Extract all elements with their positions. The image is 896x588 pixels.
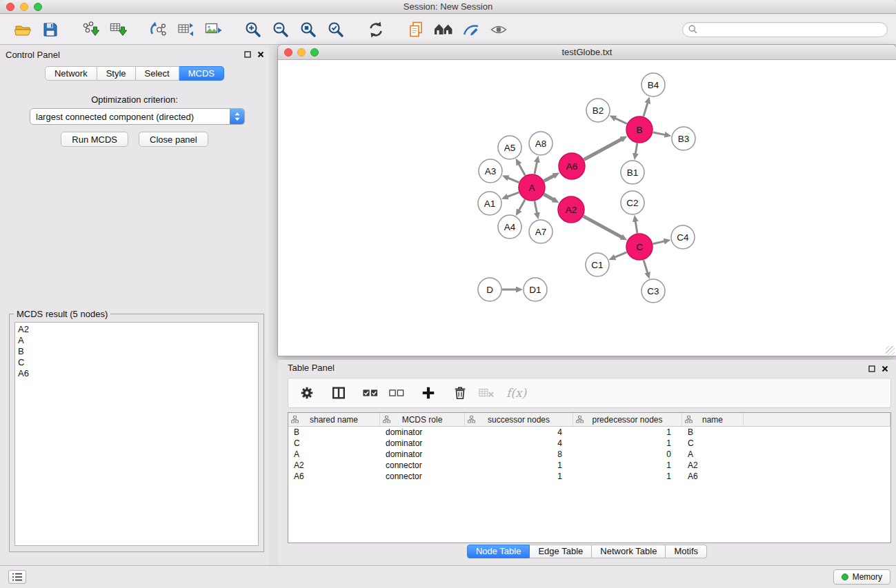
graph-node-B4[interactable]: B4 xyxy=(641,73,665,97)
close-table-panel-button[interactable] xyxy=(881,363,889,376)
graph-node-C1[interactable]: C1 xyxy=(586,253,609,276)
graph-edge-C-C2[interactable] xyxy=(635,221,637,234)
graph-node-B[interactable]: B xyxy=(626,116,653,143)
add-row-button[interactable] xyxy=(418,383,439,403)
run-mcds-button[interactable]: Run MCDS xyxy=(61,132,128,147)
graph-edge-A-A8[interactable] xyxy=(535,162,537,174)
graph-edge-B-B1[interactable] xyxy=(635,143,637,154)
graph-node-B3[interactable]: B3 xyxy=(672,127,695,150)
graph-node-A4[interactable]: A4 xyxy=(498,215,521,239)
graph-node-A3[interactable]: A3 xyxy=(479,159,502,183)
mcds-result-item[interactable]: A2 xyxy=(18,324,258,335)
tab-select[interactable]: Select xyxy=(136,66,179,81)
table-row[interactable]: Cdominator41C xyxy=(288,438,890,449)
network-window-titlebar[interactable]: testGlobe.txt xyxy=(278,45,896,60)
close-window-button[interactable] xyxy=(6,3,14,11)
graph-node-A8[interactable]: A8 xyxy=(529,132,552,155)
show-graphics-button[interactable] xyxy=(487,18,510,41)
network-zoom-button[interactable] xyxy=(310,48,319,57)
column-header-shared-name[interactable]: shared name xyxy=(288,413,380,426)
table-row[interactable]: A2connector11A2 xyxy=(288,460,890,471)
mcds-result-item[interactable]: B xyxy=(18,346,258,357)
delete-row-button[interactable] xyxy=(450,383,470,403)
tab-edge-table[interactable]: Edge Table xyxy=(530,545,592,558)
graph-edge-B-B2[interactable] xyxy=(615,118,627,123)
mcds-result-item[interactable]: C xyxy=(18,357,258,368)
tab-style[interactable]: Style xyxy=(97,66,136,81)
graph-edge-A-A2[interactable] xyxy=(544,194,553,200)
function-builder-button[interactable]: f(x) xyxy=(506,386,526,400)
show-columns-button[interactable] xyxy=(328,383,349,403)
table-row[interactable]: Adominator80A xyxy=(288,449,890,460)
table-row[interactable]: Bdominator41B xyxy=(288,427,890,438)
column-header-mcds-role[interactable]: MCDS role xyxy=(380,413,465,426)
select-all-button[interactable] xyxy=(360,383,381,403)
resize-grip[interactable] xyxy=(886,346,895,355)
tab-node-table[interactable]: Node Table xyxy=(467,545,530,558)
network-graph-svg[interactable]: B4B2BB3A5A8A6B1A3AC2A1A2A4A7C4CC1C3DD1 xyxy=(279,61,895,356)
close-control-panel-button[interactable] xyxy=(257,49,265,61)
save-session-button[interactable] xyxy=(39,18,62,41)
graph-node-B2[interactable]: B2 xyxy=(586,99,610,122)
network-minimize-button[interactable] xyxy=(297,48,306,57)
graph-edge-B-B3[interactable] xyxy=(653,132,666,135)
mcds-result-list[interactable]: A2ABCA6 xyxy=(14,322,259,546)
graph-node-A2[interactable]: A2 xyxy=(558,196,584,223)
graph-edge-A-A6[interactable] xyxy=(544,176,555,181)
zoom-fit-button[interactable] xyxy=(297,18,320,41)
mcds-result-item[interactable]: A6 xyxy=(18,368,258,379)
graph-node-D[interactable]: D xyxy=(478,278,501,301)
table-row[interactable]: A6connector11A6 xyxy=(288,471,890,482)
show-panels-button[interactable] xyxy=(8,570,26,584)
open-session-button[interactable] xyxy=(11,18,34,41)
graph-edge-C-C1[interactable] xyxy=(615,252,627,258)
graph-node-A1[interactable]: A1 xyxy=(478,192,501,215)
float-panel-button[interactable] xyxy=(243,49,252,61)
search-input[interactable] xyxy=(701,25,880,34)
graph-node-C[interactable]: C xyxy=(626,234,653,260)
table-from-url-button[interactable] xyxy=(174,18,197,41)
column-header-predecessor-nodes[interactable]: predecessor nodes xyxy=(573,413,682,426)
graph-node-C4[interactable]: C4 xyxy=(671,225,695,249)
tab-network[interactable]: Network xyxy=(45,66,97,81)
network-close-button[interactable] xyxy=(284,48,292,57)
delete-table-button[interactable] xyxy=(476,383,497,403)
import-network-button[interactable] xyxy=(79,18,102,41)
minimize-window-button[interactable] xyxy=(20,3,28,11)
float-table-panel-button[interactable] xyxy=(868,363,876,376)
tab-motifs[interactable]: Motifs xyxy=(666,545,707,558)
tab-mcds[interactable]: MCDS xyxy=(179,66,224,81)
graph-edge-C-C3[interactable] xyxy=(644,260,648,273)
tab-network-table[interactable]: Network Table xyxy=(592,545,666,558)
zoom-in-button[interactable] xyxy=(241,18,265,41)
criterion-dropdown[interactable]: largest connected component (directed) xyxy=(30,108,245,125)
graph-node-B1[interactable]: B1 xyxy=(621,161,644,184)
zoom-window-button[interactable] xyxy=(34,3,42,11)
graph-node-A[interactable]: A xyxy=(519,174,545,201)
graph-edge-A-A4[interactable] xyxy=(519,199,525,210)
home-button[interactable] xyxy=(432,18,455,41)
graph-edge-A-A1[interactable] xyxy=(507,192,519,196)
graph-node-C3[interactable]: C3 xyxy=(641,279,665,303)
graph-edge-A-A7[interactable] xyxy=(535,201,537,214)
network-from-url-button[interactable] xyxy=(146,18,170,41)
memory-button[interactable]: Memory xyxy=(833,569,890,585)
zoom-selected-button[interactable] xyxy=(324,18,348,41)
export-image-button[interactable] xyxy=(201,18,225,41)
refresh-network-button[interactable] xyxy=(364,18,388,41)
graph-node-C2[interactable]: C2 xyxy=(621,191,644,214)
graph-node-A7[interactable]: A7 xyxy=(529,220,552,243)
zoom-out-button[interactable] xyxy=(269,18,292,41)
annotations-button[interactable] xyxy=(459,18,483,41)
graph-edge-B-B4[interactable] xyxy=(644,103,648,116)
close-panel-action-button[interactable]: Close panel xyxy=(139,132,208,147)
graph-edge-A6-B[interactable] xyxy=(584,139,622,160)
graph-edge-A-A3[interactable] xyxy=(508,178,519,183)
graph-edge-A-A5[interactable] xyxy=(519,164,525,176)
column-header-name[interactable]: name xyxy=(682,413,744,426)
table-settings-button[interactable] xyxy=(297,383,317,403)
network-canvas[interactable]: B4B2BB3A5A8A6B1A3AC2A1A2A4A7C4CC1C3DD1 xyxy=(279,61,895,356)
import-table-button[interactable] xyxy=(106,18,130,41)
deselect-all-button[interactable] xyxy=(386,383,407,403)
graph-edge-C-C4[interactable] xyxy=(653,241,665,244)
